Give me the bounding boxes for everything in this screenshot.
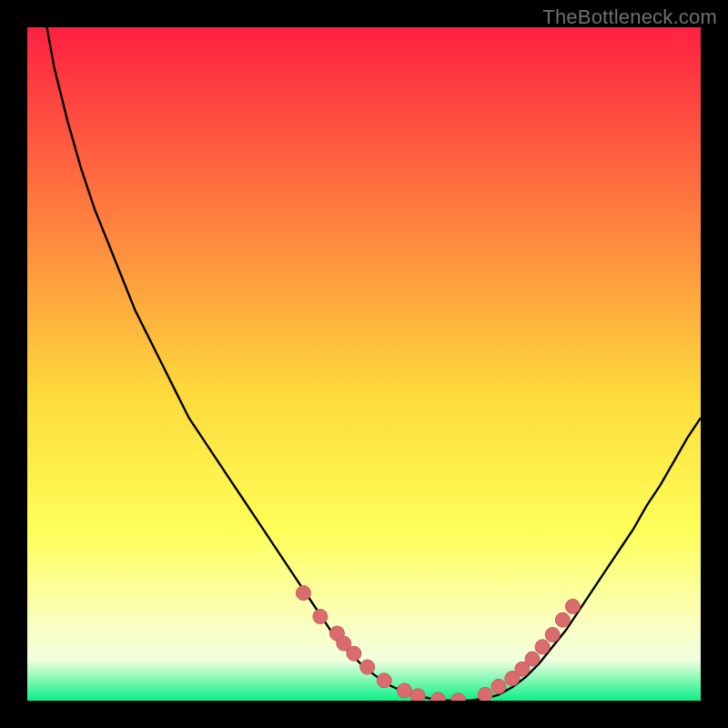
watermark-text: TheBottleneck.com	[542, 5, 717, 29]
gradient-background	[27, 27, 701, 701]
data-marker	[397, 683, 411, 698]
data-marker	[410, 689, 425, 701]
data-marker	[565, 599, 580, 613]
data-marker	[360, 660, 375, 674]
data-marker	[313, 610, 328, 624]
data-marker	[296, 586, 310, 601]
chart-svg	[27, 27, 701, 701]
data-marker	[377, 673, 391, 688]
data-marker	[525, 652, 540, 666]
data-marker	[555, 612, 570, 627]
data-marker	[478, 687, 492, 701]
data-marker	[535, 640, 550, 654]
data-marker	[347, 646, 361, 661]
data-marker	[545, 627, 560, 642]
chart-frame: TheBottleneck.com	[0, 0, 728, 728]
data-marker	[491, 679, 506, 693]
plot-area	[27, 27, 701, 701]
